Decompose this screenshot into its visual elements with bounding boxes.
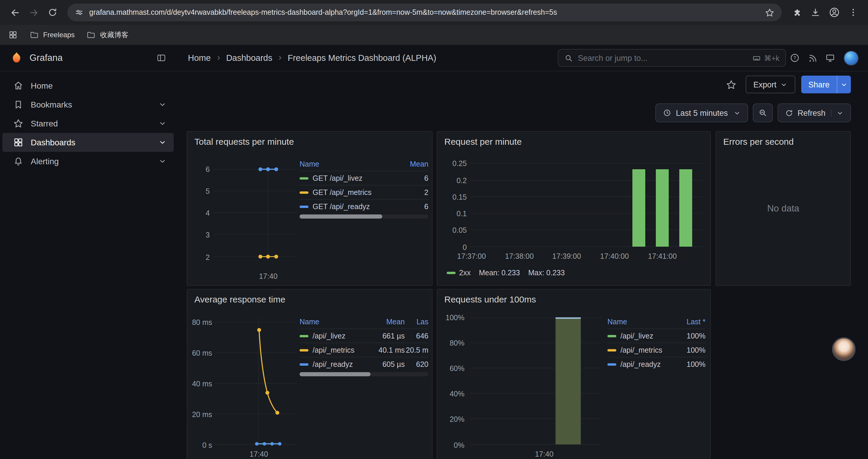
legend-col-name[interactable]: Name [608,318,677,326]
series-name[interactable]: GET /api/_metrics [313,188,372,196]
x-axis: 17:37:0017:38:0017:39:0017:40:0017:41:00 [437,252,710,262]
y-tick-label: 40% [440,389,464,399]
series-name[interactable]: /api/_livez [620,332,653,340]
y-tick-label: 4 [193,208,210,218]
bookmark-star-icon[interactable] [765,7,775,18]
legend-col-last[interactable]: Las [405,318,428,326]
breadcrumb-dashboards[interactable]: Dashboards [226,53,272,63]
chevron-down-icon[interactable] [158,138,167,146]
series-name[interactable]: /api/_metrics [620,346,662,354]
refresh-button[interactable]: Refresh [777,103,851,122]
favorite-dashboard-button[interactable] [723,76,740,93]
apps-grid-icon[interactable] [8,30,18,40]
legend-row[interactable]: /api/_metrics 100% [608,342,706,357]
y-tick-label: 60 ms [190,349,212,358]
series-color-dash [300,191,308,193]
legend-col-last[interactable]: Last * [677,318,706,326]
panel-average-response-time: Average response time 80 ms60 ms40 ms20 … [187,289,433,459]
sidebar-item-alerting[interactable]: Alerting [2,152,174,171]
monitor-icon [825,53,836,63]
legend-row[interactable]: GET /api/_readyz 6 [300,199,428,213]
legend-row[interactable]: /api/_livez 100% [608,328,706,342]
profile-button[interactable] [826,4,843,21]
chevron-down-icon[interactable] [158,157,167,165]
bookmarks-bar: Freeleaps 收藏博客 [0,25,868,45]
legend-col-mean[interactable]: Mean [399,160,428,168]
sidebar-item-home[interactable]: Home [2,76,174,95]
sidebar-item-starred[interactable]: Starred [2,114,174,133]
p5-bar-chart[interactable] [437,290,710,459]
series-name[interactable]: /api/_readyz [620,360,660,368]
legend-row[interactable]: GET /api/_metrics 2 [300,185,428,199]
download-button[interactable] [807,4,824,21]
legend-col-name[interactable]: Name [300,160,399,168]
legend-row[interactable]: /api/_readyz 605 µs 620 [300,357,428,371]
legend-row[interactable]: /api/_readyz 100% [608,357,706,371]
legend-scrollbar[interactable] [300,215,428,219]
series-name[interactable]: GET /api/_readyz [313,202,370,210]
news-button[interactable] [804,49,821,67]
share-split-button: Share [801,76,851,93]
panel-title[interactable]: Errors per second [723,136,794,146]
legend-row[interactable]: /api/_metrics 40.1 ms 20.5 m [300,342,428,357]
display-button[interactable] [821,49,839,67]
legend-row[interactable]: GET /api/_livez 6 [300,171,428,185]
sidebar-toggle-button[interactable] [152,49,170,67]
reload-button[interactable] [44,4,61,21]
time-range-picker[interactable]: Last 5 minutes [655,103,748,122]
scrollbar-thumb[interactable] [300,215,382,219]
breadcrumb: Home Dashboards Freeleaps Metrics Dashbo… [188,53,436,63]
bookmark-item-blog[interactable]: 收藏博客 [87,30,128,40]
sidebar-item-dashboards[interactable]: Dashboards [2,133,174,152]
help-button[interactable]: ? [786,49,804,67]
download-icon [810,7,821,18]
chevron-down-icon [836,109,844,117]
breadcrumb-current: Freeleaps Metrics Dashboard (ALPHA) [288,53,436,63]
series-name[interactable]: /api/_readyz [313,360,353,368]
legend-table: Name Mean GET /api/_livez 6 GET /api/_me… [300,158,428,213]
grafana-logo-icon[interactable] [9,51,24,65]
search-box[interactable]: ⌘+k [558,49,786,67]
forward-button[interactable] [25,4,42,21]
back-button[interactable] [6,4,24,21]
scrollbar-thumb[interactable] [300,372,370,376]
user-avatar[interactable] [844,51,859,65]
star-icon [13,118,24,129]
share-menu-button[interactable] [837,76,851,93]
legend-item[interactable]: 2xx [447,269,471,277]
url-text[interactable]: grafana.mathmast.com/d/deytv4rwavabkb/fr… [89,8,759,17]
chevron-down-icon[interactable] [158,100,167,109]
url-bar[interactable]: grafana.mathmast.com/d/deytv4rwavabkb/fr… [67,4,782,21]
x-tick-label: 17:37:00 [453,252,490,261]
site-info-icon[interactable] [74,8,84,17]
x-tick-label: 17:40 [238,450,279,458]
browser-menu-button[interactable] [844,4,862,21]
legend-scrollbar[interactable] [300,372,428,376]
series-name[interactable]: /api/_livez [313,332,345,340]
series-name[interactable]: GET /api/_livez [313,174,363,182]
sidebar: Home Bookmarks Starred Dashboards Alerti… [0,71,176,459]
legend-header: Name Last * [608,316,706,328]
extensions-button[interactable] [788,4,805,21]
y-tick-label: 20 ms [190,410,212,419]
legend-row[interactable]: /api/_livez 661 µs 646 [300,328,428,342]
zoom-out-button[interactable] [752,103,773,122]
chevron-down-icon[interactable] [158,119,167,128]
sidebar-item-bookmarks[interactable]: Bookmarks [2,95,174,114]
series-name[interactable]: 2xx [459,269,471,277]
legend-col-mean[interactable]: Mean [370,318,405,326]
y-tick-label: 0.25 [441,159,467,168]
legend-header: Name Mean [300,158,428,171]
search-input[interactable] [578,54,747,62]
grafana-topbar: Grafana Home Dashboards Freeleaps Metric… [0,45,868,71]
star-icon [726,79,737,90]
breadcrumb-home[interactable]: Home [188,53,211,63]
bookmark-item-freeleaps[interactable]: Freeleaps [30,30,75,40]
refresh-interval-button[interactable] [831,109,844,117]
share-button[interactable]: Share [801,76,837,93]
p2-bar-chart[interactable] [437,132,710,285]
export-button[interactable]: Export [746,76,795,93]
assistant-avatar-button[interactable] [832,337,856,361]
legend-col-name[interactable]: Name [300,318,370,326]
series-name[interactable]: /api/_metrics [313,346,354,354]
